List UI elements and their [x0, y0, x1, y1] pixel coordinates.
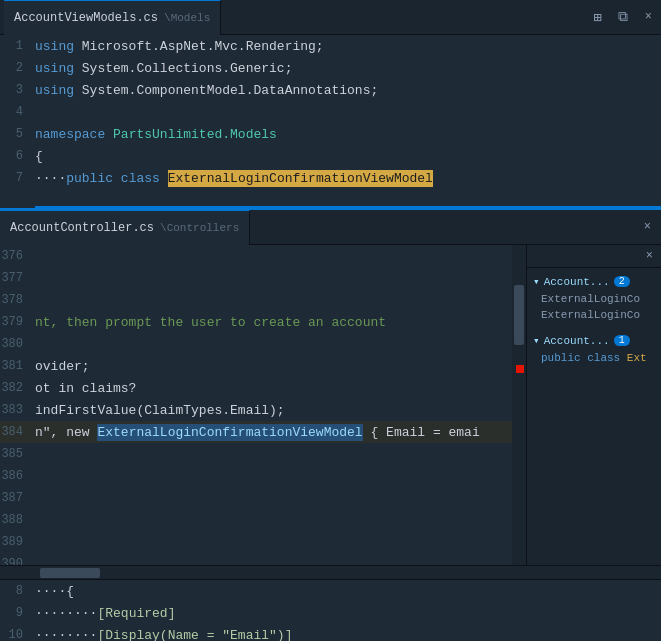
code-line-6: 6 { [0, 145, 661, 167]
bottom-tab-filename: AccountController.cs [10, 221, 154, 235]
refs-group-1-header[interactable]: ▾ Account... 2 [527, 272, 661, 291]
code-line-378: 378 [0, 289, 526, 311]
top-tab-filename: AccountViewModels.cs [14, 11, 158, 25]
bottom-tab-breadcrumb: \Controllers [160, 222, 239, 234]
code-line-7: 7 ····public class ExternalLoginConfirma… [0, 167, 661, 189]
code-line-5: 5 namespace PartsUnlimited.Models [0, 123, 661, 145]
line-7-content: ····public class ExternalLoginConfirmati… [35, 171, 433, 186]
code-line-387: 387 [0, 487, 526, 509]
code-line-385: 385 [0, 443, 526, 465]
line-num-1: 1 [0, 39, 35, 53]
line-num-7: 7 [0, 171, 35, 185]
vertical-scrollbar[interactable] [512, 245, 526, 565]
code-line-9: 9 ········[Required] [0, 602, 661, 624]
code-line-377: 377 [0, 267, 526, 289]
code-line-379: 379 nt, then prompt the user to create a… [0, 311, 526, 333]
code-line-2: 2 using System.Collections.Generic; [0, 57, 661, 79]
top-tab-bar: AccountViewModels.cs \Models ⊞ ⧉ × [0, 0, 661, 35]
line-num-6: 6 [0, 149, 35, 163]
refs-header: × [527, 245, 661, 268]
top-tab-actions: ⊞ ⧉ × [589, 7, 657, 28]
code-line-376: 376 [0, 245, 526, 267]
code-line-390: 390 [0, 553, 526, 565]
refs-group-1: ▾ Account... 2 ExternalLoginCo ExternalL… [527, 268, 661, 327]
line-5-content: namespace PartsUnlimited.Models [35, 127, 277, 142]
code-line-384: 384 n", new ExternalLoginConfirmationVie… [0, 421, 526, 443]
line-num-5: 5 [0, 127, 35, 141]
chevron-icon-2: ▾ [533, 334, 540, 347]
refs-item-2-1[interactable]: public class Ext [527, 350, 661, 366]
refs-group-2: ▾ Account... 1 public class Ext [527, 327, 661, 370]
top-editor: 1 using Microsoft.AspNet.Mvc.Rendering; … [0, 35, 661, 210]
cursor-line [35, 206, 661, 208]
scrollbar-thumb[interactable] [514, 285, 524, 345]
code-line-389: 389 [0, 531, 526, 553]
horizontal-scrollbar[interactable] [0, 565, 661, 579]
code-line-3: 3 using System.ComponentModel.DataAnnota… [0, 79, 661, 101]
editor-layout-icon[interactable]: ⧉ [614, 7, 632, 27]
bottom-code-block: 376 377 378 379 nt, then prompt the user… [0, 245, 526, 565]
code-line-4: 4 [0, 101, 661, 123]
chevron-icon-1: ▾ [533, 275, 540, 288]
bottom-editor-area: 376 377 378 379 nt, then prompt the user… [0, 245, 661, 565]
line-num-4: 4 [0, 105, 35, 119]
line-2-content: using System.Collections.Generic; [35, 61, 292, 76]
code-line-1: 1 using Microsoft.AspNet.Mvc.Rendering; [0, 35, 661, 57]
second-code-block: 8 ····{ 9 ········[Required] 10 ········… [0, 580, 661, 641]
code-line-383: 383 indFirstValue(ClaimTypes.Email); [0, 399, 526, 421]
top-tab-account-viewmodels[interactable]: AccountViewModels.cs \Models [4, 0, 221, 35]
line-3-content: using System.ComponentModel.DataAnnotati… [35, 83, 378, 98]
refs-panel: × ▾ Account... 2 ExternalLoginCo Externa… [526, 245, 661, 565]
refs-item-1-2[interactable]: ExternalLoginCo [527, 307, 661, 323]
bottom-tab-account-controller[interactable]: AccountController.cs \Controllers [0, 210, 250, 245]
code-line-380: 380 [0, 333, 526, 355]
error-indicator [516, 365, 524, 373]
refs-group-2-header[interactable]: ▾ Account... 1 [527, 331, 661, 350]
bottom-code-section: 376 377 378 379 nt, then prompt the user… [0, 245, 526, 565]
refs-group-1-label: Account... [544, 276, 610, 288]
line-num-3: 3 [0, 83, 35, 97]
code-line-10: 10 ········[Display(Name = "Email")] [0, 624, 661, 641]
code-line-386: 386 [0, 465, 526, 487]
refs-group-2-label: Account... [544, 335, 610, 347]
refs-close-button[interactable]: × [646, 249, 653, 263]
code-line-382: 382 ot in claims? [0, 377, 526, 399]
bottom-tab-bar: AccountController.cs \Controllers × [0, 210, 661, 245]
top-code-block: 1 using Microsoft.AspNet.Mvc.Rendering; … [0, 35, 661, 189]
refs-item-1-1[interactable]: ExternalLoginCo [527, 291, 661, 307]
line-6-content: { [35, 149, 43, 164]
bottom-tab-actions: × [634, 218, 661, 236]
bottom-tab-close[interactable]: × [634, 218, 661, 236]
split-editor-icon[interactable]: ⊞ [589, 7, 605, 28]
refs-group-2-badge: 1 [614, 335, 630, 346]
horizontal-scrollbar-thumb[interactable] [40, 568, 100, 578]
code-line-388: 388 [0, 509, 526, 531]
top-tab-close[interactable]: × [640, 8, 657, 26]
second-editor-section: 8 ····{ 9 ········[Required] 10 ········… [0, 579, 661, 641]
line-num-2: 2 [0, 61, 35, 75]
code-line-8: 8 ····{ [0, 580, 661, 602]
top-tab-breadcrumb: \Models [164, 12, 210, 24]
code-line-381: 381 ovider; [0, 355, 526, 377]
line-1-content: using Microsoft.AspNet.Mvc.Rendering; [35, 39, 324, 54]
refs-group-1-badge: 2 [614, 276, 630, 287]
